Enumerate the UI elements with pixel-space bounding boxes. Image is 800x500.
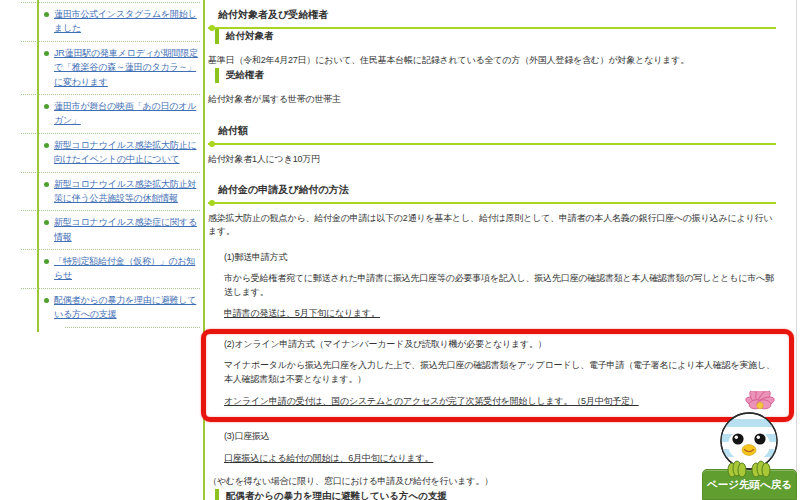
sidebar-news-menu: 蓮田市公式インスタグラムを開始しました JR蓮田駅の発車メロディが期間限定で「雅… [0,0,203,500]
benefit-amount-text: 給付対象者1人につき10万円 [208,153,776,167]
sidebar-link[interactable]: JR蓮田駅の発車メロディが期間限定で「雅楽谷の森～蓮田のタカラ～」に変わります [54,48,198,87]
subheading-benefit-target: 給付対象者 [215,29,776,44]
sidebar-link[interactable]: 蓮田市が舞台の映画「あの日のオルガン」 [54,101,196,125]
subheading-dv-support: 配偶者からの暴力を理由に避難している方への支援 [215,489,776,500]
sidebar-item-dv-support[interactable]: 配偶者からの暴力を理由に避難している方への支援 [44,288,200,327]
hasuda-city-mascot [708,391,790,479]
bullet-icon [44,104,49,109]
bullet-icon [44,143,49,148]
sidebar-item-benefit-notice[interactable]: 「特別定額給付金（仮称）」のお知らせ [44,249,200,288]
sidebar-link[interactable]: 蓮田市公式インスタグラムを開始しました [54,9,197,33]
bullet-icon [44,12,49,17]
sidebar-link[interactable]: 新型コロナウイルス感染症に関する情報 [54,217,197,241]
bullet-icon [44,182,49,187]
bullet-icon [44,298,49,303]
online-schedule-note: オンライン申請の受付は、国のシステムとのアクセスが完了次第受付を開始しします。（… [224,396,639,406]
sidebar-link[interactable]: 新型コロナウイルス感染拡大防止対策に伴う公共施設等の休館情報 [54,179,196,203]
entitled-person-text: 給付対象者が属する世帯の世帯主 [208,93,776,107]
window-application-text: （やむを得ない場合に限り、窓口における申請及び給付を行います。） [208,475,776,489]
sidebar-item-event-cancel[interactable]: 新型コロナウイルス感染拡大防止に向けたイベントの中止について [44,133,200,172]
heading-benefit-amount: 給付額 [208,122,776,145]
lotus-flower-icon [744,391,775,409]
heading-application-method: 給付金の申請及び給付の方法 [208,181,776,204]
sidebar-item-jr-melody[interactable]: JR蓮田駅の発車メロディが期間限定で「雅楽谷の森～蓮田のタカラ～」に変わります [44,41,200,94]
sidebar-link-list: 蓮田市公式インスタグラムを開始しました JR蓮田駅の発車メロディが期間限定で「雅… [44,2,200,327]
sidebar-link[interactable]: 新型コロナウイルス感染拡大防止に向けたイベントの中止について [54,140,197,164]
subheading-entitled-person: 受給権者 [215,68,776,83]
benefit-target-text: 基準日（令和2年4月27日）において、住民基本台帳に記録されている全ての方（外国… [208,54,776,68]
sidebar-item-instagram[interactable]: 蓮田市公式インスタグラムを開始しました [44,2,200,41]
window-right-edge [796,0,797,500]
sidebar-item-facility-close[interactable]: 新型コロナウイルス感染拡大防止対策に伴う公共施設等の休館情報 [44,172,200,211]
mascot-beak [742,445,756,456]
sidebar-link[interactable]: 配偶者からの暴力を理由に避難している方への支援 [54,295,196,319]
mail-method-body: 市から受給権者宛てに郵送された申請書に振込先口座等の必要事項を記入し、振込先口座… [208,272,776,299]
bullet-icon [44,259,49,264]
mail-schedule-note: 申請書の発送は、5月下旬になります。 [224,308,380,318]
bullet-icon [44,220,49,225]
sidebar-link[interactable]: 「特別定額給付金（仮称）」のお知らせ [54,256,195,280]
sidebar-vertical-rule [37,0,39,332]
online-method-title: (2)オンライン申請方式（マイナンバーカード及び読取り機が必要となります。） [224,338,775,352]
mail-method-title: (1)郵送申請方式 [208,251,776,265]
heading-recipients: 給付対象者及び受給権者 [208,6,776,29]
application-intro-text: 感染拡大防止の観点から、給付金の申請は以下の2通りを基本とし、給付は原則として、… [208,212,776,239]
bank-transfer-note: 口座振込による給付の開始は、6月中旬になります。 [224,453,433,463]
bullet-icon [44,51,49,56]
online-method-body: マイナポータルから振込先口座を入力した上で、振込先口座の確認書類をアップロードし… [224,359,775,387]
sidebar-item-movie[interactable]: 蓮田市が舞台の映画「あの日のオルガン」 [44,94,200,133]
sidebar-item-covid-info[interactable]: 新型コロナウイルス感染症に関する情報 [44,210,200,249]
bank-transfer-title: (3)口座振込 [208,430,776,444]
online-application-highlight-box: (2)オンライン申請方式（マイナンバーカード及び読取り機が必要となります。） マ… [201,329,794,423]
